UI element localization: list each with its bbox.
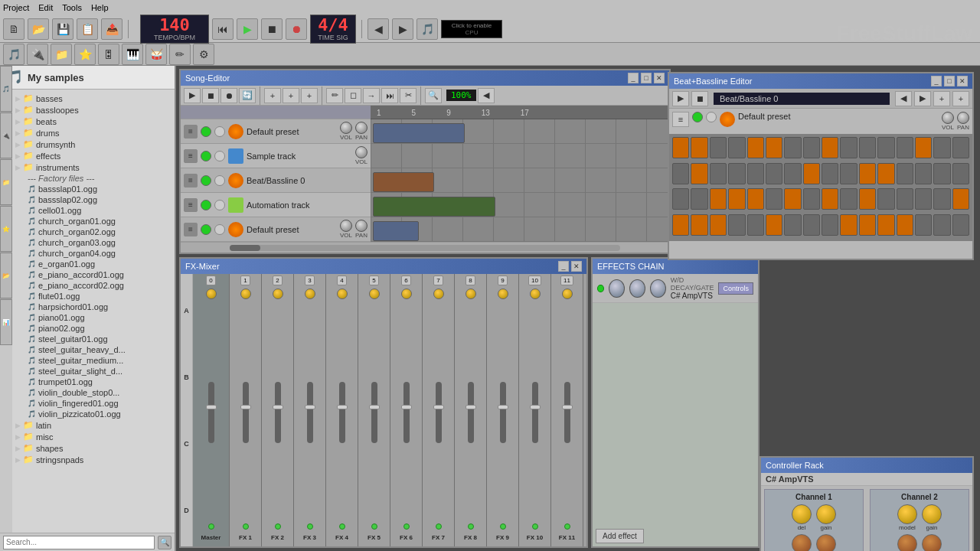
beat-add-btn[interactable]: + (933, 91, 950, 106)
beat-btn[interactable] (915, 137, 932, 158)
effect-1-active-led[interactable] (597, 285, 604, 292)
mixer-knob-8[interactable] (466, 289, 476, 299)
mixer-fader-0[interactable] (208, 301, 214, 523)
mixer-fader-thumb-2[interactable] (273, 405, 283, 409)
mixer-fader-thumb-11[interactable] (562, 405, 573, 409)
mixer-fader-10[interactable] (532, 301, 538, 523)
cpu-display[interactable]: Click to enable CPU (441, 20, 502, 38)
beat-btn[interactable] (859, 137, 876, 158)
stop-button[interactable]: ⏹ (261, 18, 283, 40)
beat-btn[interactable] (728, 188, 745, 210)
mixer-knob-3[interactable] (305, 289, 315, 299)
beat-btn[interactable] (897, 137, 913, 158)
beat-add2-btn[interactable]: + (952, 91, 969, 106)
beat-editor-maximize[interactable]: □ (944, 76, 955, 86)
mixer-channel-4[interactable]: 4 FX 4 (326, 274, 358, 546)
track-4-menu[interactable]: ≡ (184, 198, 198, 212)
beat-btn[interactable] (915, 214, 932, 236)
effect-1-knob2[interactable] (629, 279, 645, 298)
beat-btn[interactable] (933, 188, 950, 210)
mixer-fader-track-1[interactable] (243, 382, 249, 443)
track-2-solo[interactable] (214, 151, 225, 161)
mixer-channels[interactable]: 0 Master 1 FX 1 2 (193, 274, 586, 546)
mixer-channel-9[interactable]: 9 FX 9 (487, 274, 519, 546)
mixer-fader-thumb-8[interactable] (466, 405, 476, 409)
track-3-solo[interactable] (214, 175, 225, 186)
beat-btn[interactable] (877, 163, 894, 184)
mixer-fader-track-8[interactable] (468, 382, 474, 443)
track-5-menu[interactable]: ≡ (184, 223, 198, 236)
fx-mixer-close[interactable]: ✕ (571, 261, 582, 272)
beat-btn[interactable] (710, 188, 727, 210)
beat-btn[interactable] (784, 163, 801, 184)
plugins-button[interactable]: 🔌 (27, 44, 48, 65)
mixer-fader-4[interactable] (339, 301, 345, 523)
track-1-mute[interactable] (201, 126, 211, 137)
export-button[interactable]: 📤 (101, 18, 122, 40)
beat-btn[interactable] (877, 188, 894, 210)
side-tab-plugins[interactable]: 🔌 (0, 112, 12, 158)
file-tree[interactable]: ▶📁basses▶📁bassloopes▶📁beats▶📁drums▶📁drum… (12, 90, 175, 533)
timesig-value[interactable]: 4/4 (318, 17, 348, 34)
beat-btn[interactable] (672, 163, 689, 184)
mixer-fader-thumb-3[interactable] (305, 405, 315, 409)
block-3-1[interactable] (373, 172, 434, 192)
beat-btn[interactable] (822, 163, 838, 184)
beat-prev-btn[interactable]: ◀ (895, 91, 912, 106)
mixer-channel-1[interactable]: 1 FX 1 (230, 274, 262, 546)
beat-btn[interactable] (933, 214, 950, 236)
timeline-row-2[interactable] (371, 144, 669, 168)
mixer-fader-track-11[interactable] (564, 382, 570, 443)
tree-item[interactable]: 🎵church_organ01.ogg (24, 216, 175, 227)
beat-btn[interactable] (691, 188, 707, 210)
piano-button[interactable]: 🎹 (122, 44, 143, 65)
mixer-send-3[interactable] (307, 523, 313, 530)
mixer-send-10[interactable] (532, 523, 538, 530)
tree-item[interactable]: 🎵steel_guitar_heavy_d... (24, 344, 175, 355)
timesig-section[interactable]: 4/4 TIME SIG (310, 15, 356, 44)
beat-stop-btn[interactable]: ⏹ (691, 91, 708, 106)
mixer-knob-7[interactable] (433, 289, 444, 299)
mixer-send-2[interactable] (275, 523, 281, 530)
mixer-fader-thumb-10[interactable] (530, 405, 541, 409)
beat-btn[interactable] (747, 163, 764, 184)
mixer-fader-track-4[interactable] (339, 382, 345, 443)
mixer-fader-track-9[interactable] (500, 382, 506, 443)
song-zoom-btn[interactable]: 🔍 (425, 88, 442, 103)
beat-btn[interactable] (766, 188, 782, 210)
ch2-gain-knob[interactable] (922, 504, 942, 524)
mixer-fader-thumb-7[interactable] (433, 405, 444, 409)
beat-btn[interactable] (877, 137, 894, 158)
mixer-knob-11[interactable] (562, 289, 573, 299)
mixer-channel-2[interactable]: 2 FX 2 (262, 274, 294, 546)
mixer-knob-2[interactable] (273, 289, 283, 299)
beat-btn[interactable] (840, 163, 857, 184)
menu-tools[interactable]: Tools (62, 3, 82, 12)
track-1-menu[interactable]: ≡ (184, 125, 198, 139)
ch2-mid-knob[interactable] (922, 534, 942, 551)
tree-item[interactable]: 🎵harpsichord01.ogg (24, 302, 175, 312)
beat-btn[interactable] (766, 137, 782, 158)
song-rec-btn[interactable]: ⏺ (220, 88, 237, 103)
tree-item[interactable]: ▶📁misc (12, 431, 175, 442)
beat-btn[interactable] (803, 188, 820, 210)
beat-btn[interactable] (691, 214, 707, 236)
tree-item[interactable]: 🎵bassslap01.ogg (24, 184, 175, 194)
mixer-knob-10[interactable] (530, 289, 541, 299)
mixer-channel-0[interactable]: 0 Master (193, 274, 230, 546)
tree-item[interactable]: ▶📁effects (12, 150, 175, 161)
track-4-mute[interactable] (201, 200, 211, 210)
song-editor-maximize[interactable]: □ (641, 73, 652, 83)
beat-btn[interactable] (728, 214, 745, 236)
song-editor-close[interactable]: ✕ (654, 73, 665, 83)
tree-item[interactable]: 🎵church_organ02.ogg (24, 227, 175, 237)
mixer-fader-track-3[interactable] (307, 382, 313, 443)
mixer-send-6[interactable] (403, 523, 410, 530)
metronome-button[interactable]: 🎵 (416, 18, 438, 40)
mixer-fader-track-7[interactable] (436, 382, 442, 443)
beat-btn[interactable] (728, 137, 745, 158)
mixer-knob-5[interactable] (369, 289, 380, 299)
beat-btn[interactable] (766, 214, 782, 236)
song-add-btn[interactable]: + (264, 88, 281, 103)
drums-button[interactable]: 🥁 (145, 44, 167, 65)
